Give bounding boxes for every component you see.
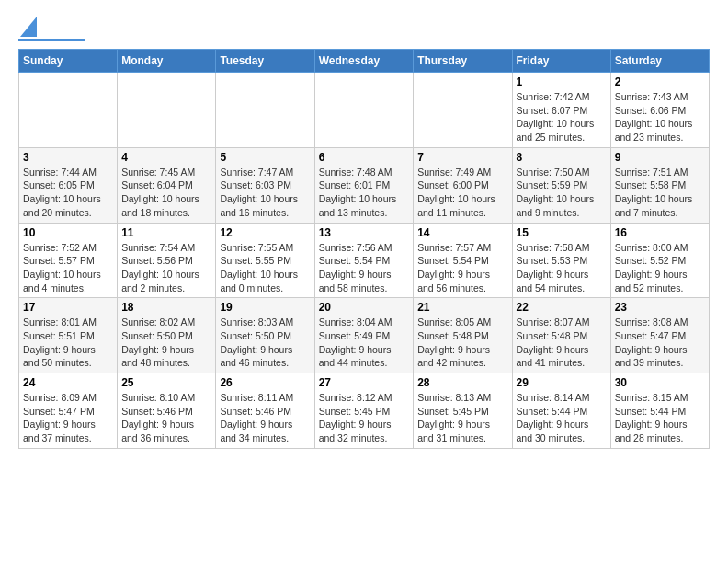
calendar-cell: 18Sunrise: 8:02 AMSunset: 5:50 PMDayligh… <box>118 298 216 373</box>
day-info: Sunrise: 8:09 AMSunset: 5:47 PMDaylight:… <box>23 391 113 445</box>
weekday-header-monday: Monday <box>118 50 216 73</box>
calendar-week-row: 1Sunrise: 7:42 AMSunset: 6:07 PMDaylight… <box>19 73 710 148</box>
day-info: Sunrise: 7:42 AMSunset: 6:07 PMDaylight:… <box>517 90 607 144</box>
day-number: 4 <box>121 151 211 164</box>
calendar-cell <box>414 73 512 148</box>
logo-icon <box>20 17 37 37</box>
calendar-week-row: 17Sunrise: 8:01 AMSunset: 5:51 PMDayligh… <box>19 298 710 373</box>
calendar-cell: 14Sunrise: 7:57 AMSunset: 5:54 PMDayligh… <box>414 223 512 298</box>
day-info: Sunrise: 7:56 AMSunset: 5:54 PMDaylight:… <box>319 241 410 295</box>
calendar-cell: 24Sunrise: 8:09 AMSunset: 5:47 PMDayligh… <box>19 373 118 449</box>
day-number: 20 <box>319 301 410 314</box>
calendar-cell: 17Sunrise: 8:01 AMSunset: 5:51 PMDayligh… <box>19 298 118 373</box>
weekday-header-saturday: Saturday <box>610 50 709 73</box>
day-info: Sunrise: 7:47 AMSunset: 6:03 PMDaylight:… <box>220 166 310 220</box>
calendar-cell: 10Sunrise: 7:52 AMSunset: 5:57 PMDayligh… <box>19 223 118 298</box>
day-number: 21 <box>417 301 507 314</box>
day-info: Sunrise: 8:01 AMSunset: 5:51 PMDaylight:… <box>23 316 113 370</box>
weekday-header-sunday: Sunday <box>19 50 118 73</box>
day-number: 11 <box>121 226 211 239</box>
day-number: 19 <box>220 301 310 314</box>
calendar-cell: 12Sunrise: 7:55 AMSunset: 5:55 PMDayligh… <box>216 223 314 298</box>
calendar-cell: 26Sunrise: 8:11 AMSunset: 5:46 PMDayligh… <box>216 373 314 449</box>
weekday-header-friday: Friday <box>512 50 610 73</box>
calendar-cell: 9Sunrise: 7:51 AMSunset: 5:58 PMDaylight… <box>610 147 709 223</box>
day-info: Sunrise: 8:11 AMSunset: 5:46 PMDaylight:… <box>220 391 310 445</box>
day-info: Sunrise: 7:49 AMSunset: 6:00 PMDaylight:… <box>417 166 507 220</box>
calendar-cell: 19Sunrise: 8:03 AMSunset: 5:50 PMDayligh… <box>216 298 314 373</box>
day-info: Sunrise: 8:13 AMSunset: 5:45 PMDaylight:… <box>417 391 507 445</box>
calendar-week-row: 24Sunrise: 8:09 AMSunset: 5:47 PMDayligh… <box>19 373 710 449</box>
day-number: 29 <box>517 376 607 389</box>
calendar-cell: 27Sunrise: 8:12 AMSunset: 5:45 PMDayligh… <box>314 373 414 449</box>
day-number: 3 <box>23 151 113 164</box>
calendar-cell: 7Sunrise: 7:49 AMSunset: 6:00 PMDaylight… <box>414 147 512 223</box>
day-number: 17 <box>23 301 113 314</box>
day-number: 16 <box>615 226 705 239</box>
calendar-cell: 25Sunrise: 8:10 AMSunset: 5:46 PMDayligh… <box>118 373 216 449</box>
day-info: Sunrise: 8:00 AMSunset: 5:52 PMDaylight:… <box>615 241 705 295</box>
day-info: Sunrise: 8:03 AMSunset: 5:50 PMDaylight:… <box>220 316 310 370</box>
day-number: 30 <box>615 376 705 389</box>
logo-underline <box>18 39 85 41</box>
calendar-cell: 21Sunrise: 8:05 AMSunset: 5:48 PMDayligh… <box>414 298 512 373</box>
calendar-cell: 1Sunrise: 7:42 AMSunset: 6:07 PMDaylight… <box>512 73 610 148</box>
calendar-week-row: 3Sunrise: 7:44 AMSunset: 6:05 PMDaylight… <box>19 147 710 223</box>
day-info: Sunrise: 7:54 AMSunset: 5:56 PMDaylight:… <box>121 241 211 295</box>
day-number: 15 <box>517 226 607 239</box>
day-number: 14 <box>417 226 507 239</box>
calendar-cell: 6Sunrise: 7:48 AMSunset: 6:01 PMDaylight… <box>314 147 414 223</box>
day-info: Sunrise: 8:04 AMSunset: 5:49 PMDaylight:… <box>319 316 410 370</box>
calendar-cell: 20Sunrise: 8:04 AMSunset: 5:49 PMDayligh… <box>314 298 414 373</box>
day-info: Sunrise: 7:50 AMSunset: 5:59 PMDaylight:… <box>517 166 607 220</box>
calendar-cell <box>118 73 216 148</box>
day-info: Sunrise: 7:44 AMSunset: 6:05 PMDaylight:… <box>23 166 113 220</box>
day-info: Sunrise: 8:14 AMSunset: 5:44 PMDaylight:… <box>517 391 607 445</box>
calendar-table: SundayMondayTuesdayWednesdayThursdayFrid… <box>18 49 710 449</box>
day-number: 9 <box>615 151 705 164</box>
day-number: 23 <box>615 301 705 314</box>
day-number: 26 <box>220 376 310 389</box>
weekday-header-wednesday: Wednesday <box>314 50 414 73</box>
day-number: 12 <box>220 226 310 239</box>
calendar-cell: 29Sunrise: 8:14 AMSunset: 5:44 PMDayligh… <box>512 373 610 449</box>
header <box>18 15 710 41</box>
page: SundayMondayTuesdayWednesdayThursdayFrid… <box>0 0 728 458</box>
calendar-cell: 13Sunrise: 7:56 AMSunset: 5:54 PMDayligh… <box>314 223 414 298</box>
day-number: 5 <box>220 151 310 164</box>
day-info: Sunrise: 8:05 AMSunset: 5:48 PMDaylight:… <box>417 316 507 370</box>
day-info: Sunrise: 8:15 AMSunset: 5:44 PMDaylight:… <box>615 391 705 445</box>
day-number: 7 <box>417 151 507 164</box>
day-info: Sunrise: 8:07 AMSunset: 5:48 PMDaylight:… <box>517 316 607 370</box>
calendar-cell: 5Sunrise: 7:47 AMSunset: 6:03 PMDaylight… <box>216 147 314 223</box>
calendar-cell <box>216 73 314 148</box>
calendar-cell: 30Sunrise: 8:15 AMSunset: 5:44 PMDayligh… <box>610 373 709 449</box>
day-info: Sunrise: 8:12 AMSunset: 5:45 PMDaylight:… <box>319 391 410 445</box>
day-number: 18 <box>121 301 211 314</box>
day-number: 10 <box>23 226 113 239</box>
calendar-cell: 8Sunrise: 7:50 AMSunset: 5:59 PMDaylight… <box>512 147 610 223</box>
day-info: Sunrise: 7:58 AMSunset: 5:53 PMDaylight:… <box>517 241 607 295</box>
day-number: 8 <box>517 151 607 164</box>
calendar-header-row: SundayMondayTuesdayWednesdayThursdayFrid… <box>19 50 710 73</box>
day-info: Sunrise: 8:10 AMSunset: 5:46 PMDaylight:… <box>121 391 211 445</box>
day-number: 27 <box>319 376 410 389</box>
weekday-header-thursday: Thursday <box>414 50 512 73</box>
calendar-cell: 22Sunrise: 8:07 AMSunset: 5:48 PMDayligh… <box>512 298 610 373</box>
calendar-week-row: 10Sunrise: 7:52 AMSunset: 5:57 PMDayligh… <box>19 223 710 298</box>
day-info: Sunrise: 7:57 AMSunset: 5:54 PMDaylight:… <box>417 241 507 295</box>
day-number: 1 <box>517 75 607 88</box>
day-number: 28 <box>417 376 507 389</box>
calendar-cell: 11Sunrise: 7:54 AMSunset: 5:56 PMDayligh… <box>118 223 216 298</box>
day-number: 13 <box>319 226 410 239</box>
day-info: Sunrise: 7:45 AMSunset: 6:04 PMDaylight:… <box>121 166 211 220</box>
calendar-cell <box>314 73 414 148</box>
calendar-cell: 4Sunrise: 7:45 AMSunset: 6:04 PMDaylight… <box>118 147 216 223</box>
calendar-cell: 15Sunrise: 7:58 AMSunset: 5:53 PMDayligh… <box>512 223 610 298</box>
logo <box>18 18 85 41</box>
calendar-cell: 3Sunrise: 7:44 AMSunset: 6:05 PMDaylight… <box>19 147 118 223</box>
weekday-header-tuesday: Tuesday <box>216 50 314 73</box>
day-info: Sunrise: 7:48 AMSunset: 6:01 PMDaylight:… <box>319 166 410 220</box>
calendar-cell: 23Sunrise: 8:08 AMSunset: 5:47 PMDayligh… <box>610 298 709 373</box>
calendar-cell <box>19 73 118 148</box>
